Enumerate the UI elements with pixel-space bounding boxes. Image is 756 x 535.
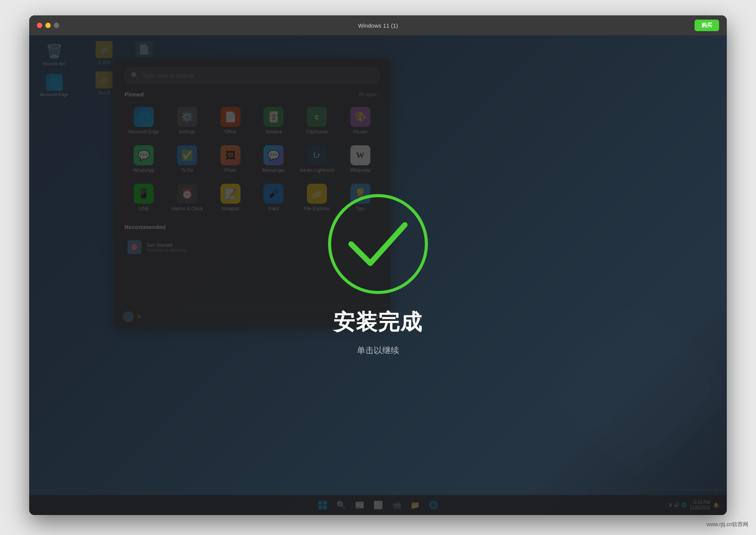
install-title: 安装完成	[333, 308, 423, 337]
checkmark-icon	[347, 221, 409, 267]
install-overlay[interactable]: 安装完成 单击以继续	[29, 35, 727, 515]
traffic-lights	[37, 23, 59, 28]
title-bar: Windows 11 (1) 购买	[29, 15, 727, 35]
buy-button[interactable]: 购买	[695, 20, 719, 31]
install-subtitle: 单击以继续	[357, 345, 399, 356]
close-button[interactable]	[37, 23, 42, 28]
win-desktop: 🗑️ Recycle Bin 🌐 Microsoft Edge 📁 工具类 📄 …	[29, 35, 727, 515]
mac-window: Windows 11 (1) 购买 🗑️ Recycle Bin 🌐 Micro…	[29, 15, 727, 515]
maximize-button[interactable]	[54, 23, 59, 28]
checkmark-circle	[328, 194, 428, 294]
minimize-button[interactable]	[45, 23, 51, 28]
website-footer: www.rjtj.cn软荐网	[706, 521, 748, 528]
window-title: Windows 11 (1)	[358, 22, 398, 29]
